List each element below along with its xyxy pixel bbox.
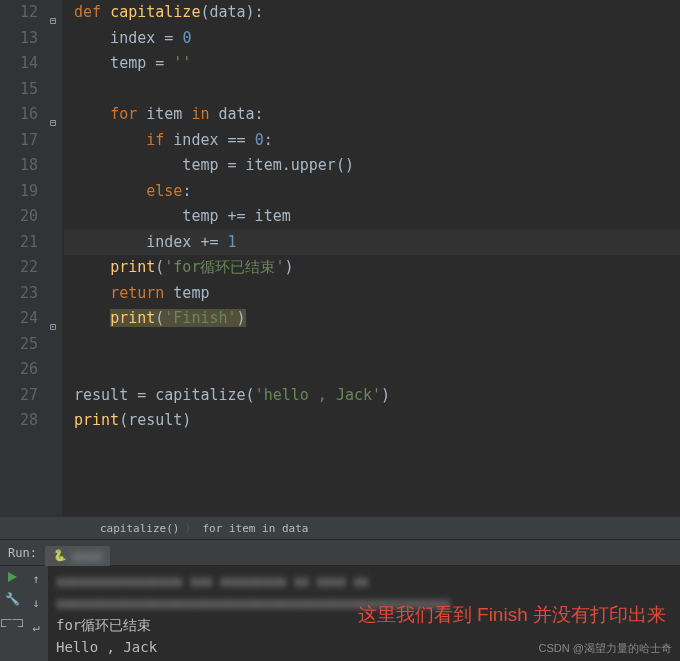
- line-number: 23: [0, 281, 44, 307]
- arrow-down-icon[interactable]: ↓: [32, 596, 39, 610]
- fold-icon[interactable]: ⊡: [50, 314, 56, 340]
- code-line[interactable]: else:: [64, 179, 680, 205]
- python-icon: 🐍: [53, 549, 67, 562]
- code-line[interactable]: [64, 357, 680, 383]
- fold-icon[interactable]: ⊟: [50, 110, 56, 136]
- code-line[interactable]: [64, 332, 680, 358]
- line-number: 28: [0, 408, 44, 434]
- line-number: 25: [0, 332, 44, 358]
- chevron-right-icon: 〉: [185, 521, 196, 536]
- code-line[interactable]: [64, 77, 680, 103]
- line-number: 19: [0, 179, 44, 205]
- code-line[interactable]: result = capitalize('hello , Jack'): [64, 383, 680, 409]
- line-number: 14: [0, 51, 44, 77]
- code-line[interactable]: if index == 0:: [64, 128, 680, 154]
- code-line[interactable]: for item in data:: [64, 102, 680, 128]
- layout-icon[interactable]: ⫍⫎: [0, 616, 24, 630]
- run-action-column: 🔧 ⫍⫎: [0, 566, 24, 661]
- arrow-up-icon[interactable]: ↑: [32, 572, 39, 586]
- line-number: 16: [0, 102, 44, 128]
- breadcrumb-item[interactable]: for item in data: [196, 522, 314, 535]
- line-number: 13: [0, 26, 44, 52]
- line-number: 12: [0, 0, 44, 26]
- code-line[interactable]: index = 0: [64, 26, 680, 52]
- line-number: 18: [0, 153, 44, 179]
- code-area[interactable]: def capitalize(data): index = 0 temp = '…: [62, 0, 680, 516]
- annotation-text: 这里我们看到 Finish 并没有打印出来: [358, 604, 666, 626]
- wrench-icon[interactable]: 🔧: [5, 592, 20, 606]
- rerun-icon[interactable]: [8, 572, 17, 582]
- code-line[interactable]: temp = item.upper(): [64, 153, 680, 179]
- console-output[interactable]: ▮▮▮▮▮▮▮▮▮▮▮▮▮▮▮▮▮ ▮▮▮ ▮▮▮▮▮▮▮▮▮ ▮▮ ▮▮▮▮ …: [48, 566, 680, 661]
- run-nav-column: ↑ ↓ ↵: [24, 566, 48, 661]
- line-number: 26: [0, 357, 44, 383]
- wrap-icon[interactable]: ↵: [32, 620, 39, 634]
- code-line[interactable]: return temp: [64, 281, 680, 307]
- line-number: 15: [0, 77, 44, 103]
- run-tool-window-label: Run:: [0, 546, 45, 560]
- run-panel: 🔧 ⫍⫎ ↑ ↓ ↵ ▮▮▮▮▮▮▮▮▮▮▮▮▮▮▮▮▮ ▮▮▮ ▮▮▮▮▮▮▮…: [0, 566, 680, 661]
- fold-icon[interactable]: ⊟: [50, 8, 56, 34]
- watermark: CSDN @渴望力量的哈士奇: [539, 637, 672, 659]
- code-line[interactable]: print('for循环已结束'): [64, 255, 680, 281]
- run-config-tab[interactable]: 🐍 ▯▯▯▯▯: [45, 546, 110, 566]
- code-editor[interactable]: 1213141516171819202122232425262728 ⊟⊟⊡ d…: [0, 0, 680, 516]
- code-line[interactable]: def capitalize(data):: [64, 0, 680, 26]
- fold-column[interactable]: ⊟⊟⊡: [48, 0, 62, 516]
- code-line[interactable]: print('Finish'): [64, 306, 680, 332]
- line-number: 20: [0, 204, 44, 230]
- line-number: 22: [0, 255, 44, 281]
- code-line[interactable]: print(result): [64, 408, 680, 434]
- line-number-gutter: 1213141516171819202122232425262728: [0, 0, 48, 516]
- run-config-name: ▯▯▯▯▯: [71, 549, 102, 563]
- line-number: 17: [0, 128, 44, 154]
- line-number: 21: [0, 230, 44, 256]
- line-number: 24: [0, 306, 44, 332]
- line-number: 27: [0, 383, 44, 409]
- code-line[interactable]: temp = '': [64, 51, 680, 77]
- breadcrumb[interactable]: capitalize() 〉 for item in data: [0, 516, 680, 540]
- breadcrumb-item[interactable]: capitalize(): [94, 522, 185, 535]
- run-toolbar: Run: 🐍 ▯▯▯▯▯: [0, 540, 680, 566]
- code-line[interactable]: index += 1: [64, 230, 680, 256]
- code-line[interactable]: temp += item: [64, 204, 680, 230]
